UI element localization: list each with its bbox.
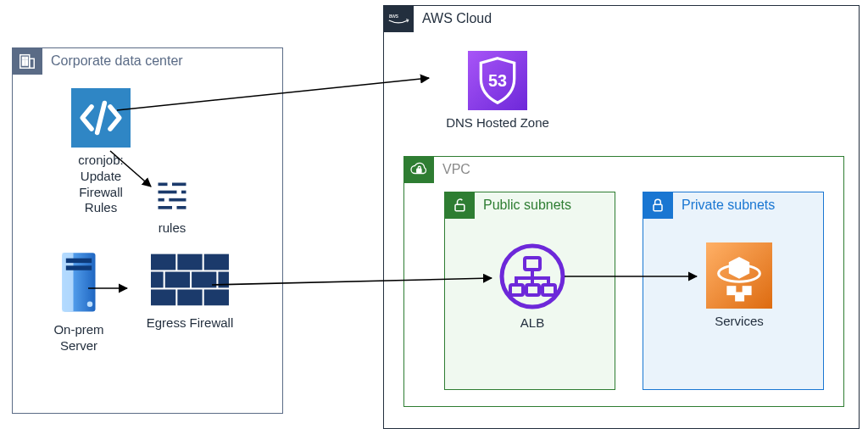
svg-rect-27	[151, 254, 175, 270]
server-icon	[55, 251, 103, 317]
svg-rect-34	[151, 289, 175, 305]
node-label: ALB	[520, 315, 544, 332]
node-label: cronjob: Update Firewall Rules	[78, 153, 123, 216]
svg-rect-30	[151, 272, 164, 288]
route53-icon: 53	[468, 51, 527, 110]
aws-logo-icon: aws	[383, 5, 414, 32]
svg-rect-43	[542, 285, 555, 295]
node-cronjob: cronjob: Update Firewall Rules	[54, 88, 147, 216]
group-title: Corporate data center	[42, 53, 183, 69]
svg-rect-10	[455, 204, 465, 211]
svg-rect-6	[23, 64, 25, 65]
node-onprem-server: On-prem Server	[41, 251, 117, 354]
svg-rect-3	[25, 57, 27, 58]
svg-rect-42	[526, 285, 539, 295]
node-services: Services	[700, 242, 778, 330]
node-alb: ALB	[493, 242, 571, 332]
group-title: Public subnets	[475, 198, 571, 213]
svg-rect-32	[192, 272, 216, 288]
group-title: VPC	[434, 162, 470, 177]
container-service-icon	[706, 242, 772, 309]
svg-point-25	[87, 302, 93, 308]
svg-rect-36	[204, 289, 229, 305]
group-header: aws AWS Cloud	[383, 5, 492, 32]
node-label: DNS Hosted Zone	[446, 115, 549, 131]
group-header: Corporate data center	[12, 47, 183, 75]
svg-text:aws: aws	[389, 13, 398, 19]
node-label: On-prem Server	[53, 322, 103, 354]
svg-rect-28	[177, 254, 202, 270]
svg-rect-7	[25, 64, 27, 65]
group-header: Private subnets	[643, 192, 775, 219]
svg-rect-9	[417, 169, 421, 173]
group-header: VPC	[403, 156, 470, 183]
node-rules: rules	[142, 178, 202, 237]
code-icon	[71, 88, 131, 148]
node-label: Egress Firewall	[147, 315, 234, 332]
svg-text:53: 53	[488, 71, 507, 90]
node-egress-firewall: Egress Firewall	[131, 251, 249, 332]
svg-rect-33	[218, 272, 229, 288]
svg-rect-48	[735, 292, 744, 302]
lock-icon	[643, 192, 673, 219]
svg-rect-5	[25, 60, 27, 62]
cloud-lock-icon	[403, 156, 434, 183]
svg-rect-24	[66, 265, 92, 270]
svg-rect-2	[23, 57, 25, 58]
svg-rect-11	[654, 204, 662, 211]
svg-rect-41	[510, 285, 523, 295]
group-title: AWS Cloud	[414, 11, 492, 26]
svg-rect-4	[23, 60, 25, 62]
node-route53: 53 DNS Hosted Zone	[434, 51, 561, 131]
svg-rect-46	[726, 286, 736, 295]
svg-rect-23	[66, 259, 92, 263]
lock-open-icon	[444, 192, 475, 219]
node-label: Services	[715, 314, 764, 330]
node-label: rules	[159, 220, 186, 237]
building-icon	[12, 47, 42, 75]
group-title: Private subnets	[673, 198, 775, 213]
svg-rect-1	[30, 58, 35, 68]
svg-rect-35	[177, 289, 202, 305]
svg-rect-31	[165, 272, 190, 288]
list-icon	[153, 178, 191, 215]
svg-rect-29	[204, 254, 229, 270]
load-balancer-icon	[498, 242, 566, 310]
svg-rect-40	[525, 258, 540, 270]
group-header: Public subnets	[444, 192, 571, 219]
firewall-icon	[151, 251, 229, 310]
